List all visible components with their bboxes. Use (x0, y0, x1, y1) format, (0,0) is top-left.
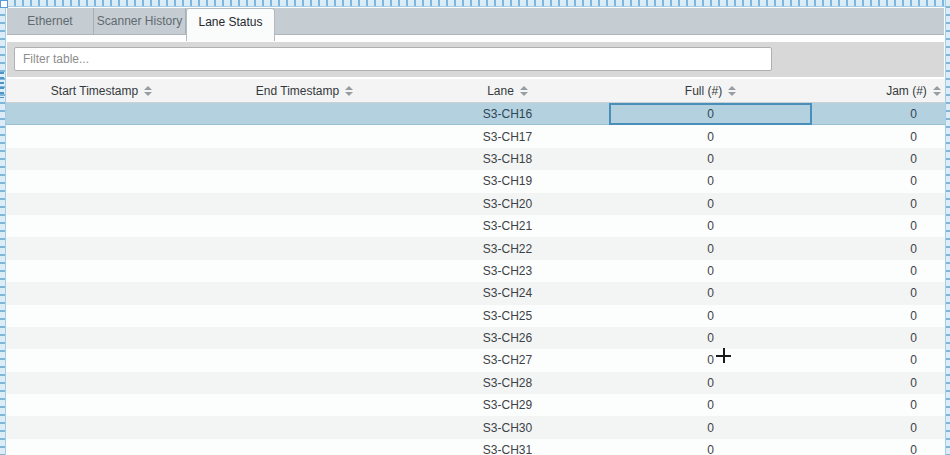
cell-end[interactable] (203, 282, 406, 304)
cell-start[interactable] (0, 394, 203, 416)
cell-lane[interactable]: S3-CH31 (406, 439, 609, 455)
cell-start[interactable] (0, 349, 203, 371)
cell-lane[interactable]: S3-CH23 (406, 260, 609, 282)
cell-jam[interactable]: 0 (812, 349, 950, 371)
cell-lane[interactable]: S3-CH28 (406, 372, 609, 394)
cell-full[interactable]: 0 (609, 125, 812, 147)
table-row[interactable]: S3-CH2100 (0, 215, 950, 237)
table-row[interactable]: S3-CH2900 (0, 394, 950, 416)
cell-full[interactable]: 0 (609, 215, 812, 237)
cell-jam[interactable]: 0 (812, 394, 950, 416)
cell-lane[interactable]: S3-CH17 (406, 125, 609, 147)
table-row[interactable]: S3-CH2700 (0, 349, 950, 371)
cell-lane[interactable]: S3-CH26 (406, 327, 609, 349)
cell-lane[interactable]: S3-CH30 (406, 416, 609, 438)
cell-end[interactable] (203, 349, 406, 371)
cell-jam[interactable]: 0 (812, 125, 950, 147)
cell-full[interactable]: 0 (609, 170, 812, 192)
column-header-end-timestamp[interactable]: End Timestamp (203, 79, 406, 102)
cell-lane[interactable]: S3-CH29 (406, 394, 609, 416)
cell-start[interactable] (0, 237, 203, 259)
cell-start[interactable] (0, 125, 203, 147)
cell-end[interactable] (203, 170, 406, 192)
table-row[interactable]: S3-CH1900 (0, 170, 950, 192)
cell-full[interactable]: 0 (609, 305, 812, 327)
cell-jam[interactable]: 0 (812, 282, 950, 304)
cell-start[interactable] (0, 103, 203, 125)
selection-marquee-left[interactable] (0, 0, 6, 455)
cell-end[interactable] (203, 237, 406, 259)
table-row[interactable]: S3-CH2600 (0, 327, 950, 349)
table-row[interactable]: S3-CH1600 (0, 103, 950, 125)
cell-start[interactable] (0, 416, 203, 438)
cell-end[interactable] (203, 260, 406, 282)
cell-jam[interactable]: 0 (812, 439, 950, 455)
table-row[interactable]: S3-CH2200 (0, 237, 950, 259)
cell-lane[interactable]: S3-CH27 (406, 349, 609, 371)
tab-scanner-history[interactable]: Scanner History (94, 8, 186, 34)
cell-jam[interactable]: 0 (812, 170, 950, 192)
cell-full[interactable]: 0 (609, 237, 812, 259)
table-row[interactable]: S3-CH2800 (0, 372, 950, 394)
cell-end[interactable] (203, 215, 406, 237)
column-header-full[interactable]: Full (#) (609, 79, 812, 102)
cell-lane[interactable]: S3-CH25 (406, 305, 609, 327)
cell-full[interactable]: 0 (609, 372, 812, 394)
tab-ethernet[interactable]: Ethernet (7, 8, 94, 34)
cell-end[interactable] (203, 193, 406, 215)
selection-marquee-right[interactable] (945, 0, 950, 455)
cell-full[interactable]: 0 (609, 327, 812, 349)
cell-full[interactable]: 0 (609, 260, 812, 282)
column-header-start-timestamp[interactable]: Start Timestamp (0, 79, 203, 102)
cell-full[interactable]: 0 (609, 282, 812, 304)
column-header-jam[interactable]: Jam (#) (812, 79, 950, 102)
cell-start[interactable] (0, 372, 203, 394)
cell-end[interactable] (203, 327, 406, 349)
cell-end[interactable] (203, 305, 406, 327)
cell-end[interactable] (203, 439, 406, 455)
cell-full[interactable]: 0 (609, 394, 812, 416)
cell-end[interactable] (203, 125, 406, 147)
cell-start[interactable] (0, 327, 203, 349)
cell-jam[interactable]: 0 (812, 372, 950, 394)
cell-jam[interactable]: 0 (812, 148, 950, 170)
cell-lane[interactable]: S3-CH19 (406, 170, 609, 192)
cell-end[interactable] (203, 394, 406, 416)
table-row[interactable]: S3-CH2500 (0, 305, 950, 327)
cell-jam[interactable]: 0 (812, 327, 950, 349)
cell-end[interactable] (203, 148, 406, 170)
cell-start[interactable] (0, 193, 203, 215)
cell-lane[interactable]: S3-CH20 (406, 193, 609, 215)
table-row[interactable]: S3-CH2000 (0, 193, 950, 215)
cell-lane[interactable]: S3-CH22 (406, 237, 609, 259)
cell-full[interactable]: 0 (609, 439, 812, 455)
cell-start[interactable] (0, 170, 203, 192)
resize-handle-top-left[interactable] (0, 0, 8, 8)
cell-jam[interactable]: 0 (812, 193, 950, 215)
table-row[interactable]: S3-CH3000 (0, 416, 950, 438)
cell-full[interactable]: 0 (609, 416, 812, 438)
table-row[interactable]: S3-CH1700 (0, 125, 950, 147)
cell-lane[interactable]: S3-CH16 (406, 103, 609, 125)
cell-start[interactable] (0, 148, 203, 170)
cell-full[interactable]: 0 (609, 193, 812, 215)
cell-full[interactable]: 0 (609, 349, 812, 371)
table-row[interactable]: S3-CH1800 (0, 148, 950, 170)
selection-marquee-top[interactable] (0, 0, 950, 7)
cell-start[interactable] (0, 215, 203, 237)
table-row[interactable]: S3-CH2300 (0, 260, 950, 282)
tab-lane-status[interactable]: Lane Status (186, 8, 275, 41)
cell-end[interactable] (203, 103, 406, 125)
cell-full[interactable]: 0 (609, 148, 812, 170)
cell-jam[interactable]: 0 (812, 260, 950, 282)
table-row[interactable]: S3-CH2400 (0, 282, 950, 304)
cell-jam[interactable]: 0 (812, 305, 950, 327)
column-header-lane[interactable]: Lane (406, 79, 609, 102)
cell-jam[interactable]: 0 (812, 215, 950, 237)
table-row[interactable]: S3-CH3100 (0, 439, 950, 455)
cell-jam[interactable]: 0 (812, 416, 950, 438)
cell-start[interactable] (0, 439, 203, 455)
cell-jam[interactable]: 0 (812, 103, 950, 125)
filter-input[interactable] (14, 47, 772, 71)
cell-lane[interactable]: S3-CH21 (406, 215, 609, 237)
